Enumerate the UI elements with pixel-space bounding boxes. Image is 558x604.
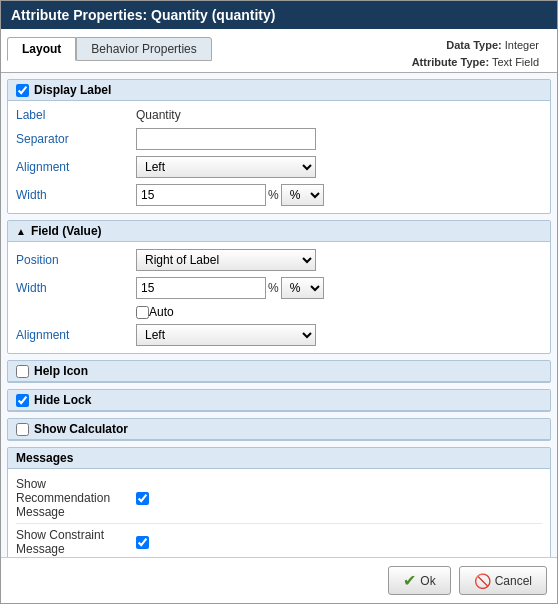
width-input-group: % % px bbox=[136, 184, 542, 206]
show-calculator-title: Show Calculator bbox=[34, 422, 128, 436]
position-control: Right of Label Below Label Above Label bbox=[136, 249, 542, 271]
width-input[interactable] bbox=[136, 184, 266, 206]
alignment-value-label: Alignment bbox=[16, 328, 136, 342]
hide-lock-title: Hide Lock bbox=[34, 393, 91, 407]
width-value-input[interactable] bbox=[136, 277, 266, 299]
section-display-label-header: Display Label bbox=[8, 80, 550, 101]
section-hide-lock: Hide Lock bbox=[7, 389, 551, 412]
alignment-value-select[interactable]: Left Center Right bbox=[136, 324, 316, 346]
section-messages: Messages Show Recommendation Message Sho… bbox=[7, 447, 551, 557]
display-label-body: Label Quantity Separator Alignment Le bbox=[8, 101, 550, 213]
field-value-title: Field (Value) bbox=[31, 224, 102, 238]
cancel-icon: 🚫 bbox=[474, 573, 491, 589]
attribute-type-value: Text Field bbox=[492, 56, 539, 68]
separator-input[interactable] bbox=[136, 128, 316, 150]
data-types: Data Type: Integer Attribute Type: Text … bbox=[412, 33, 547, 70]
label-value: Quantity bbox=[136, 108, 181, 122]
section-hide-lock-header: Hide Lock bbox=[8, 390, 550, 411]
width-value-input-group: % % px bbox=[136, 277, 542, 299]
section-field-value: ▲ Field (Value) Position Right of Label … bbox=[7, 220, 551, 354]
width-unit-label: % bbox=[268, 188, 279, 202]
width-row-value: Width % % px bbox=[16, 274, 542, 302]
width-unit-select[interactable]: % px bbox=[281, 184, 324, 206]
dialog-title: Attribute Properties: Quantity (quantity… bbox=[1, 1, 557, 29]
auto-checkbox[interactable] bbox=[136, 306, 149, 319]
collapse-icon[interactable]: ▲ bbox=[16, 226, 26, 237]
data-type-value: Integer bbox=[505, 39, 539, 51]
cancel-button[interactable]: 🚫 Cancel bbox=[459, 566, 547, 595]
show-recommendation-checkbox[interactable] bbox=[136, 492, 149, 505]
tab-behavior[interactable]: Behavior Properties bbox=[76, 37, 211, 61]
display-label-checkbox[interactable] bbox=[16, 84, 29, 97]
section-help-icon: Help Icon bbox=[7, 360, 551, 383]
width-control: % % px bbox=[136, 184, 542, 206]
show-recommendation-row: Show Recommendation Message bbox=[16, 473, 542, 524]
width-label: Width bbox=[16, 188, 136, 202]
dialog-header: Layout Behavior Properties Data Type: In… bbox=[1, 29, 557, 72]
content-area: Display Label Label Quantity Separator A… bbox=[1, 72, 557, 557]
cancel-label: Cancel bbox=[495, 574, 532, 588]
alignment-control: Left Center Right bbox=[136, 156, 542, 178]
hide-lock-checkbox[interactable] bbox=[16, 394, 29, 407]
position-row: Position Right of Label Below Label Abov… bbox=[16, 246, 542, 274]
show-recommendation-control bbox=[136, 492, 542, 505]
attribute-type-label: Attribute Type: bbox=[412, 56, 489, 68]
dialog: Attribute Properties: Quantity (quantity… bbox=[0, 0, 558, 604]
display-label-title: Display Label bbox=[34, 83, 111, 97]
separator-label: Separator bbox=[16, 132, 136, 146]
ok-button[interactable]: ✔ Ok bbox=[388, 566, 450, 595]
messages-body: Show Recommendation Message Show Constra… bbox=[8, 469, 550, 557]
help-icon-title: Help Icon bbox=[34, 364, 88, 378]
separator-control bbox=[136, 128, 542, 150]
show-constraint-checkbox[interactable] bbox=[136, 536, 149, 549]
section-messages-header: Messages bbox=[8, 448, 550, 469]
width-value-unit: % bbox=[268, 281, 279, 295]
alignment-row-value: Alignment Left Center Right bbox=[16, 321, 542, 349]
section-help-icon-header: Help Icon bbox=[8, 361, 550, 382]
width-value-unit-select[interactable]: % px bbox=[281, 277, 324, 299]
help-icon-checkbox[interactable] bbox=[16, 365, 29, 378]
alignment-label: Alignment bbox=[16, 160, 136, 174]
width-value-control: % % px bbox=[136, 277, 542, 299]
position-label: Position bbox=[16, 253, 136, 267]
auto-label: Auto bbox=[149, 305, 174, 319]
show-constraint-control bbox=[136, 536, 542, 549]
section-field-value-header: ▲ Field (Value) bbox=[8, 221, 550, 242]
data-type-label: Data Type: bbox=[446, 39, 501, 51]
show-calculator-checkbox[interactable] bbox=[16, 423, 29, 436]
show-constraint-row: Show Constraint Message bbox=[16, 524, 542, 557]
label-field-control: Quantity bbox=[136, 108, 542, 122]
tabs: Layout Behavior Properties bbox=[1, 33, 212, 61]
label-row: Label Quantity bbox=[16, 105, 542, 125]
width-row-label: Width % % px bbox=[16, 181, 542, 209]
dialog-footer: ✔ Ok 🚫 Cancel bbox=[1, 557, 557, 603]
label-field-label: Label bbox=[16, 108, 136, 122]
alignment-select[interactable]: Left Center Right bbox=[136, 156, 316, 178]
alignment-value-control: Left Center Right bbox=[136, 324, 542, 346]
section-display-label: Display Label Label Quantity Separator A… bbox=[7, 79, 551, 214]
show-recommendation-label: Show Recommendation Message bbox=[16, 477, 136, 519]
separator-row: Separator bbox=[16, 125, 542, 153]
show-constraint-label: Show Constraint Message bbox=[16, 528, 136, 556]
position-select[interactable]: Right of Label Below Label Above Label bbox=[136, 249, 316, 271]
field-value-body: Position Right of Label Below Label Abov… bbox=[8, 242, 550, 353]
ok-label: Ok bbox=[420, 574, 435, 588]
ok-icon: ✔ bbox=[403, 571, 416, 590]
alignment-row-label: Alignment Left Center Right bbox=[16, 153, 542, 181]
auto-row: Auto bbox=[16, 302, 542, 321]
width-value-label: Width bbox=[16, 281, 136, 295]
section-show-calculator-header: Show Calculator bbox=[8, 419, 550, 440]
messages-title: Messages bbox=[16, 451, 73, 465]
tab-layout[interactable]: Layout bbox=[7, 37, 76, 61]
section-show-calculator: Show Calculator bbox=[7, 418, 551, 441]
